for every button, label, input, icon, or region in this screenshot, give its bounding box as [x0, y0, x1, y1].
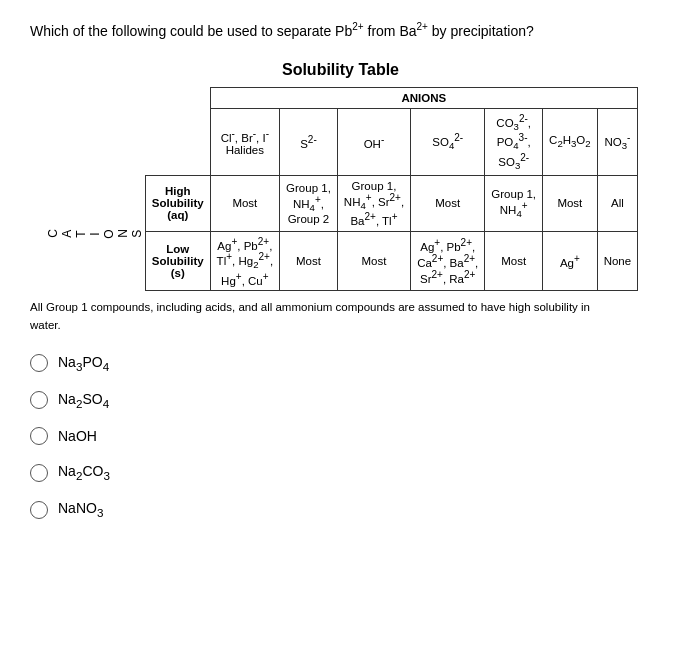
row-high-label: HighSolubility(aq)	[145, 175, 210, 231]
cell-low-sulfide: Most	[280, 231, 338, 291]
radio-na2so4[interactable]	[30, 391, 48, 409]
cell-high-nitrate: All	[597, 175, 638, 231]
radio-na3po4[interactable]	[30, 354, 48, 372]
col-nitrate: NO3-	[597, 109, 638, 175]
cell-low-carbonate: Most	[485, 231, 543, 291]
cell-high-halides: Most	[210, 175, 279, 231]
table-note: All Group 1 compounds, including acids, …	[30, 299, 590, 334]
radio-nano3[interactable]	[30, 501, 48, 519]
col-sulfate: SO42-	[411, 109, 485, 175]
col-carbonate: CO32-,PO43-,SO32-	[485, 109, 543, 175]
answer-options: Na3PO4 Na2SO4 NaOH Na2CO3 NaNO3	[30, 354, 651, 519]
cell-low-halides: Ag+, Pb2+,Tl+, Hg22+,Hg+, Cu+	[210, 231, 279, 291]
cell-low-acetate: Ag+	[543, 231, 598, 291]
label-na3po4: Na3PO4	[58, 354, 109, 373]
cell-low-nitrate: None	[597, 231, 638, 291]
row-low-label: LowSolubility(s)	[145, 231, 210, 291]
col-acetate: C2H3O2	[543, 109, 598, 175]
anions-header: ANIONS	[210, 88, 638, 109]
cell-high-sulfate: Most	[411, 175, 485, 231]
col-hydroxide: OH-	[337, 109, 410, 175]
label-nano3: NaNO3	[58, 500, 103, 519]
cations-label: CATIONS	[43, 175, 146, 291]
cell-high-carbonate: Group 1,NH4+	[485, 175, 543, 231]
table-title: Solubility Table	[30, 61, 651, 79]
cell-high-hydroxide: Group 1,NH4+, Sr2+,Ba2+, Tl+	[337, 175, 410, 231]
solubility-table: ANIONS Cl-, Br-, I-Halides S2- OH- SO42-…	[43, 87, 638, 291]
col-halides-sub: Halides	[226, 144, 264, 156]
option-5: NaNO3	[30, 500, 651, 519]
col-halides: Cl-, Br-, I-Halides	[210, 109, 279, 175]
cell-low-hydroxide: Most	[337, 231, 410, 291]
col-sulfide: S2-	[280, 109, 338, 175]
empty-corner2	[145, 88, 210, 175]
cell-high-acetate: Most	[543, 175, 598, 231]
label-naoh: NaOH	[58, 428, 97, 444]
cell-high-sulfide: Group 1,NH4+,Group 2	[280, 175, 338, 231]
question-text: Which of the following could be used to …	[30, 20, 651, 41]
table-wrapper: ANIONS Cl-, Br-, I-Halides S2- OH- SO42-…	[30, 87, 651, 291]
empty-corner	[43, 88, 146, 175]
label-na2so4: Na2SO4	[58, 391, 109, 410]
option-2: Na2SO4	[30, 391, 651, 410]
option-4: Na2CO3	[30, 463, 651, 482]
label-na2co3: Na2CO3	[58, 463, 110, 482]
radio-naoh[interactable]	[30, 427, 48, 445]
option-1: Na3PO4	[30, 354, 651, 373]
radio-na2co3[interactable]	[30, 464, 48, 482]
cell-low-sulfate: Ag+, Pb2+,Ca2+, Ba2+,Sr2+, Ra2+	[411, 231, 485, 291]
option-3: NaOH	[30, 427, 651, 445]
